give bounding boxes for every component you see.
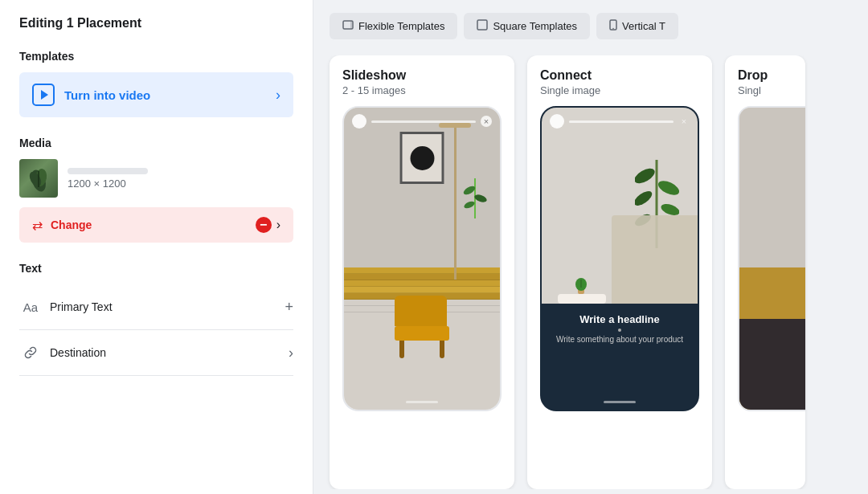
- text-section-title: Text: [19, 262, 293, 275]
- connect-close-icon: ×: [678, 116, 690, 127]
- connect-text-area: Write a headline Write something about y…: [542, 304, 698, 353]
- tab-flexible-templates[interactable]: Flexible Templates: [330, 13, 457, 39]
- connect-phone-inner: Write a headline Write something about y…: [542, 108, 698, 410]
- connect-title: Connect: [540, 68, 699, 83]
- fern-icon: [23, 163, 54, 194]
- turn-into-video-label: Turn into video: [64, 88, 276, 102]
- svg-point-14: [635, 165, 657, 186]
- connect-photo-area: [542, 108, 698, 304]
- svg-point-16: [635, 188, 654, 208]
- templates-container: Slideshow 2 - 15 images: [313, 55, 868, 489]
- turn-into-video-button[interactable]: Turn into video ›: [19, 72, 293, 117]
- tab-vertical-label: Vertical T: [622, 20, 665, 32]
- connect-small-plant-container: [572, 271, 590, 294]
- play-icon: [32, 84, 55, 106]
- connect-dot: [618, 329, 621, 332]
- connect-phone-circle: [550, 114, 564, 129]
- text-section: Text Aa Primary Text + Destination ›: [19, 262, 293, 376]
- tab-vertical-templates[interactable]: Vertical T: [596, 13, 678, 39]
- slideshow-subtitle: 2 - 15 images: [342, 84, 502, 96]
- connect-bottom-line: [604, 401, 636, 403]
- change-arrows-icon: ⇄: [32, 218, 43, 233]
- destination-item[interactable]: Destination ›: [19, 330, 293, 376]
- drop-overlay: [739, 319, 805, 410]
- room-plant-icon: [463, 174, 487, 218]
- phone-line: [371, 120, 476, 123]
- media-thumbnail: [19, 159, 58, 198]
- connect-mockup: Write a headline Write something about y…: [540, 106, 699, 411]
- connect-phone-line: [569, 120, 674, 123]
- svg-rect-6: [477, 20, 487, 30]
- connect-small-plant-icon: [572, 271, 590, 294]
- connect-subtitle: Single image: [540, 84, 699, 96]
- room-lamp-pole: [454, 123, 457, 280]
- left-panel: Editing 1 Placement Templates Turn into …: [0, 0, 313, 494]
- connect-bottom-bar: [542, 401, 698, 403]
- drop-title: Drop: [738, 68, 792, 83]
- connect-blanket: [612, 215, 698, 304]
- phone-circle: [352, 114, 366, 129]
- media-section: Media 1200 × 1200 ⇄ Cha: [19, 137, 293, 243]
- destination-icon: [19, 341, 42, 364]
- media-section-title: Media: [19, 137, 293, 149]
- chevron-right-icon: ›: [276, 87, 280, 104]
- slideshow-phone-inner: ×: [344, 108, 500, 410]
- slideshow-phone-top-bar: ×: [344, 114, 500, 129]
- minus-icon: −: [256, 217, 272, 233]
- change-chevron-icon: ›: [276, 218, 280, 232]
- drop-wall: [739, 108, 805, 274]
- slideshow-scene: [344, 108, 500, 410]
- connect-table: [558, 294, 606, 304]
- media-info: 1200 × 1200: [68, 168, 148, 190]
- square-icon: [477, 19, 488, 33]
- connect-body-text: Write something about your product: [550, 335, 690, 344]
- tab-flexible-label: Flexible Templates: [358, 20, 444, 32]
- template-card-connect[interactable]: Connect Single image: [527, 55, 712, 489]
- media-bar: [68, 168, 148, 174]
- destination-label: Destination: [50, 346, 289, 359]
- slideshow-title: Slideshow: [342, 68, 502, 83]
- phone-icon: [609, 19, 617, 33]
- add-primary-text-icon[interactable]: +: [285, 299, 293, 316]
- connect-headline: Write a headline: [550, 313, 690, 325]
- svg-point-8: [612, 28, 614, 30]
- primary-text-label: Primary Text: [50, 300, 285, 313]
- media-item: 1200 × 1200: [19, 159, 293, 198]
- tablet-icon: [342, 19, 354, 33]
- drop-subtitle: Singl: [738, 84, 792, 96]
- right-panel: Flexible Templates Square Templates Vert…: [313, 0, 868, 494]
- slideshow-bottom-line: [406, 401, 438, 403]
- slideshow-bottom-bar: [344, 401, 500, 403]
- room-frame: [400, 132, 444, 184]
- slideshow-mockup: ×: [342, 106, 502, 411]
- svg-point-12: [464, 200, 477, 210]
- tab-square-templates[interactable]: Square Templates: [464, 13, 590, 39]
- change-button[interactable]: ⇄ Change − ›: [19, 207, 293, 243]
- media-dimensions: 1200 × 1200: [68, 178, 148, 190]
- svg-point-15: [656, 178, 679, 198]
- drop-mockup: [738, 106, 805, 411]
- destination-chevron-icon[interactable]: ›: [289, 345, 293, 361]
- yellow-chair: [395, 296, 449, 358]
- page-title: Editing 1 Placement: [19, 16, 293, 31]
- tab-square-label: Square Templates: [493, 20, 577, 32]
- template-card-slideshow[interactable]: Slideshow 2 - 15 images: [330, 55, 514, 489]
- template-card-drop[interactable]: Drop Singl: [725, 55, 805, 489]
- link-icon: [24, 346, 37, 359]
- media-thumbnail-inner: [19, 159, 58, 198]
- primary-text-icon: Aa: [19, 296, 42, 318]
- drop-scene: [739, 108, 805, 410]
- connect-phone-top-bar: ×: [542, 114, 698, 129]
- primary-text-item[interactable]: Aa Primary Text +: [19, 284, 293, 330]
- template-tabs: Flexible Templates Square Templates Vert…: [313, 13, 868, 39]
- change-label: Change: [51, 218, 256, 231]
- connect-scene: Write a headline Write something about y…: [542, 108, 698, 410]
- slideshow-close-icon: ×: [481, 116, 492, 127]
- room-frame-circle: [410, 146, 434, 170]
- templates-section-title: Templates: [19, 50, 293, 63]
